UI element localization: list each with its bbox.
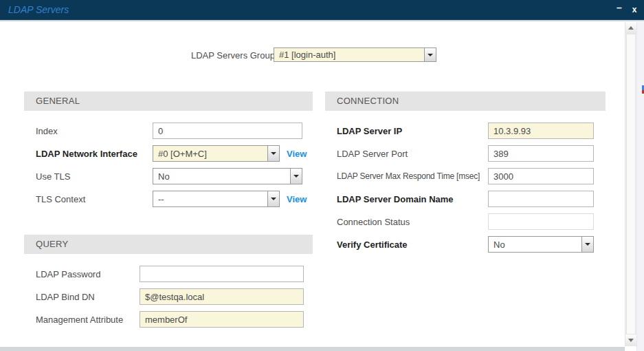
ldap-network-interface-select[interactable]: #0 [O+M+C] — [153, 145, 280, 162]
ldap-server-domain-name-label: LDAP Server Domain Name — [337, 194, 454, 204]
general-section-title: GENERAL — [36, 96, 80, 106]
chevron-down-icon — [271, 198, 276, 200]
dropdown-arrow-button[interactable] — [581, 237, 593, 252]
query-section-header: QUERY — [24, 235, 313, 254]
index-input[interactable] — [153, 123, 302, 139]
minimize-button[interactable]: – — [614, 2, 625, 13]
query-section-title: QUERY — [36, 239, 69, 249]
scroll-up-button[interactable] — [625, 22, 636, 34]
ldap-network-interface-value: #0 [O+M+C] — [153, 149, 267, 159]
ldap-server-ip-input[interactable] — [488, 123, 594, 139]
ldap-password-input[interactable] — [140, 266, 304, 282]
window-title: LDAP Servers — [8, 4, 69, 15]
tls-context-view-link[interactable]: View — [287, 194, 307, 204]
scrollbar-thumb[interactable] — [626, 34, 636, 334]
use-tls-select[interactable]: No — [153, 168, 302, 184]
verify-certificate-select[interactable]: No — [488, 236, 594, 253]
management-attribute-input[interactable] — [140, 311, 304, 328]
ldap-network-interface-label: LDAP Network Interface — [36, 149, 137, 159]
connection-status-input — [488, 213, 594, 230]
network-interface-view-link[interactable]: View — [287, 149, 307, 159]
dropdown-arrow-button[interactable] — [267, 191, 279, 206]
close-button[interactable]: x — [629, 5, 640, 14]
dropdown-arrow-button[interactable] — [267, 146, 279, 161]
connection-status-label: Connection Status — [337, 217, 410, 227]
scroll-down-button[interactable] — [625, 334, 636, 346]
chevron-down-icon — [271, 152, 276, 155]
arrow-down-icon — [628, 339, 634, 342]
connection-section-title: CONNECTION — [337, 96, 399, 106]
ldap-server-max-respond-time-label: LDAP Server Max Respond Time [msec] — [337, 171, 480, 181]
titlebar: LDAP Servers – x — [0, 0, 644, 21]
ldap-servers-group-select[interactable]: #1 [login-auth] — [274, 47, 436, 62]
vertical-scrollbar[interactable] — [625, 22, 636, 346]
ldap-password-label: LDAP Password — [36, 269, 100, 279]
tls-context-label: TLS Context — [36, 194, 85, 204]
ldap-server-max-respond-time-input[interactable] — [488, 168, 594, 184]
chevron-down-icon — [428, 54, 433, 56]
ldap-servers-group-label: LDAP Servers Group — [191, 50, 275, 61]
use-tls-label: Use TLS — [36, 171, 70, 182]
arrow-up-icon — [628, 26, 634, 30]
connection-section-header: CONNECTION — [325, 92, 606, 111]
use-tls-value: No — [153, 171, 290, 182]
ldap-server-port-label: LDAP Server Port — [337, 149, 408, 159]
tls-context-value: -- — [153, 194, 267, 204]
ldap-bind-dn-label: LDAP Bind DN — [36, 292, 95, 302]
ldap-servers-window: LDAP Servers – x LDAP Servers Group #1 [… — [0, 0, 644, 351]
verify-certificate-value: No — [489, 240, 581, 250]
ldap-bind-dn-input[interactable] — [140, 288, 304, 305]
chevron-down-icon — [585, 243, 590, 246]
general-section-header: GENERAL — [24, 92, 313, 111]
ldap-server-port-input[interactable] — [488, 145, 594, 162]
chevron-down-icon — [293, 175, 299, 178]
index-label: Index — [36, 126, 58, 136]
dropdown-arrow-button[interactable] — [290, 169, 302, 184]
outer-page-strip — [636, 22, 644, 351]
window-bottom-edge — [0, 347, 625, 351]
verify-certificate-label: Verify Certificate — [337, 240, 408, 250]
management-attribute-label: Management Attribute — [36, 315, 123, 325]
ldap-server-domain-name-input[interactable] — [488, 191, 594, 207]
dropdown-arrow-button[interactable] — [424, 48, 436, 61]
ldap-server-ip-label: LDAP Server IP — [337, 126, 402, 136]
tls-context-select[interactable]: -- — [153, 191, 280, 207]
ldap-servers-group-value: #1 [login-auth] — [274, 50, 424, 60]
